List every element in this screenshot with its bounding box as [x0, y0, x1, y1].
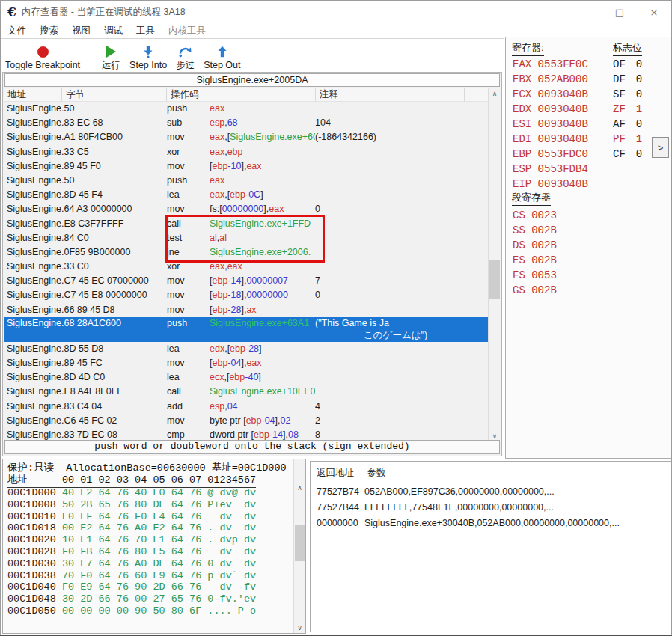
expand-panel-button[interactable]: > — [652, 137, 669, 158]
hex-row[interactable]: 00C1D01800 E2 64 76 A0 E2 64 76 . dv dv — [7, 522, 256, 534]
menu-item[interactable]: 视图 — [65, 25, 97, 37]
scrollbar-thumb[interactable] — [295, 525, 305, 561]
scroll-up-arrow[interactable]: ∧ — [294, 482, 305, 493]
disasm-row[interactable]: SiglusEngine.C7 45 EC 07000000mov[ebp-14… — [4, 274, 488, 288]
segment-register-ES[interactable]: ES 002B — [513, 253, 557, 268]
hex-row[interactable]: 00C1D03870 F0 64 76 60 E9 64 76 p dv` dv — [7, 570, 256, 582]
register-EDX[interactable]: EDX 0093040B — [513, 102, 588, 117]
maximize-button[interactable]: □ — [602, 1, 637, 23]
flag-ZF[interactable]: ZF1 — [613, 102, 642, 117]
disasm-row[interactable]: SiglusEngine.66 89 45 D8mov[ebp-28],ax — [4, 303, 488, 317]
register-ESI[interactable]: ESI 0093040B — [513, 117, 588, 132]
disasm-operands: al,al — [210, 231, 315, 245]
hex-row[interactable]: 00C1D00040 E2 64 76 40 E0 64 76 @ dv@ dv — [7, 487, 256, 499]
menu-item[interactable]: 内核工具 — [162, 25, 213, 37]
disasm-row[interactable]: SiglusEngine.C6 45 FC 02movbyte ptr [ebp… — [4, 414, 488, 428]
flag-SF[interactable]: SF0 — [613, 87, 642, 102]
segment-register-SS[interactable]: SS 002B — [513, 223, 557, 238]
menu-item[interactable]: 文件 — [1, 25, 33, 37]
scroll-down-arrow[interactable]: ∨ — [294, 622, 305, 633]
disasm-address-bytes: SiglusEngine.E8 C3F7FFFF — [4, 217, 167, 231]
scrollbar-thumb[interactable] — [489, 260, 500, 299]
disasm-row[interactable]: SiglusEngine.68 28A1C600pushSiglusEngine… — [4, 317, 488, 342]
run-button[interactable]: 运行 — [97, 39, 125, 73]
menu-item[interactable]: 工具 — [129, 25, 162, 37]
disasm-row[interactable]: SiglusEngine.33 C5xoreax,ebp — [4, 145, 488, 159]
disasm-row[interactable]: SiglusEngine.84 C0testal,al — [4, 231, 488, 245]
column-header-opcode[interactable]: 操作码 — [167, 88, 316, 101]
disasm-row[interactable]: SiglusEngine.E8 C3F7FFFFcallSiglusEngine… — [4, 217, 488, 231]
flag-DF[interactable]: DF0 — [613, 72, 642, 87]
disasm-row[interactable]: SiglusEngine.0F85 9B000000jneSiglusEngin… — [4, 245, 488, 260]
hex-scrollbar[interactable]: ∧ ∨ — [293, 459, 305, 633]
disasm-comment — [315, 159, 488, 174]
register-ESP[interactable]: ESP 0553FDB4 — [513, 162, 588, 177]
register-EDI[interactable]: EDI 0093040B — [513, 132, 588, 147]
column-header-return-address[interactable]: 返回地址 — [317, 467, 364, 480]
stack-row[interactable]: 77527B74052AB000,EF897C36,00000000,00000… — [317, 484, 665, 500]
scroll-up-arrow[interactable]: ∧ — [489, 88, 501, 99]
disassembler-address-bar[interactable]: SiglusEngine.exe+2005DA — [4, 73, 500, 87]
disasm-row[interactable]: SiglusEngine.C7 45 E8 00000000mov[ebp-18… — [4, 288, 488, 302]
flag-PF[interactable]: PF1 — [613, 132, 642, 147]
disassembler-scrollbar[interactable]: ∧ ∨ — [488, 88, 501, 441]
hex-row[interactable]: 00C1D040F0 E9 64 76 90 2D 66 76 dv -fv — [7, 581, 256, 593]
register-EBP[interactable]: EBP 0553FDC0 — [513, 147, 588, 162]
segment-register-GS[interactable]: GS 002B — [513, 283, 557, 298]
segment-register-DS[interactable]: DS 002B — [513, 238, 557, 253]
hex-address: 00C1D038 — [7, 570, 62, 582]
menu-item[interactable]: 搜索 — [33, 25, 65, 37]
step-over-button[interactable]: 步过 — [171, 39, 199, 73]
disasm-row[interactable]: SiglusEngine.8D 4D C0leaecx,[ebp-40] — [4, 370, 488, 385]
disasm-row[interactable]: SiglusEngine.50pusheax — [4, 174, 488, 188]
disasm-row[interactable]: SiglusEngine.8D 55 D8leaedx,[ebp-28] — [4, 342, 488, 356]
disasm-operands: SiglusEngine.exe+1FFD — [210, 217, 315, 231]
step-into-button[interactable]: Step Into — [125, 39, 171, 73]
disasm-row[interactable]: SiglusEngine.64 A3 00000000movfs:[000000… — [4, 202, 488, 216]
disasm-row[interactable]: SiglusEngine.A1 80F4CB00moveax,[SiglusEn… — [4, 130, 488, 144]
disasm-row[interactable]: SiglusEngine.83 EC 68subesp,68104 — [4, 116, 488, 130]
column-header-parameters[interactable]: 参数 — [367, 468, 385, 478]
register-ECX[interactable]: ECX 0093040B — [513, 87, 588, 102]
disasm-comment — [315, 385, 488, 399]
disasm-row[interactable]: SiglusEngine.89 45 F0mov[ebp-10],eax — [4, 159, 488, 174]
column-header-bytes[interactable]: 字节 — [62, 88, 167, 101]
hex-row[interactable]: 00C1D05000 00 00 00 90 50 80 6F .... P o — [7, 605, 256, 617]
column-header-comment[interactable]: 注释 — [316, 88, 465, 101]
menu-bar: 文件搜索视图调试工具内核工具 — [1, 23, 504, 38]
disasm-row[interactable]: SiglusEngine.E8 A4E8F0FFcallSiglusEngine… — [4, 385, 488, 399]
flag-OF[interactable]: OF0 — [613, 57, 642, 72]
hex-row[interactable]: 00C1D00850 2B 65 76 80 DE 64 76 P+ev dv — [7, 499, 256, 511]
disasm-address-bytes: SiglusEngine.89 45 F0 — [4, 159, 167, 174]
segment-register-CS[interactable]: CS 0023 — [513, 208, 557, 223]
hex-row[interactable]: 00C1D028F0 FB 64 76 80 E5 64 76 dv dv — [7, 546, 256, 558]
disasm-operands: [ebp-18],00000000 — [210, 288, 315, 302]
register-EBX[interactable]: EBX 052AB000 — [513, 72, 588, 87]
segment-register-FS[interactable]: FS 0053 — [513, 268, 557, 283]
hex-row[interactable]: 00C1D03030 E7 64 76 A0 DE 64 76 0 dv dv — [7, 558, 256, 570]
hex-row[interactable]: 00C1D02010 E1 64 76 70 E1 64 76 . dvp dv — [7, 534, 256, 546]
close-button[interactable]: × — [637, 1, 671, 23]
hex-row[interactable]: 00C1D04830 2D 66 76 00 27 65 76 0-fv.'ev — [7, 593, 256, 605]
flag-AF[interactable]: AF0 — [613, 117, 642, 132]
disasm-row[interactable]: SiglusEngine.89 45 FCmov[ebp-04],eax — [4, 356, 488, 370]
flag-CF[interactable]: CF0 — [613, 147, 642, 162]
toolbar: Toggle Breakpoint 运行 Step Into 步过 Step O… — [1, 38, 504, 73]
register-EIP[interactable]: EIP 0093040B — [513, 177, 588, 192]
disasm-mnemonic: mov — [167, 356, 210, 370]
toggle-breakpoint-button[interactable]: Toggle Breakpoint — [1, 39, 85, 73]
hex-row[interactable]: 00C1D010E0 EF 64 76 F0 E4 64 76 dv dv — [7, 511, 256, 523]
stack-row[interactable]: 00000000SiglusEngine.exe+30040B,052AB000… — [317, 516, 665, 531]
stack-row[interactable]: 77527B44FFFFFFFF,77548F1E,00000000,00000… — [317, 500, 665, 516]
disasm-operands: eax,[ebp-0C] — [210, 188, 315, 202]
disasm-operands: esp,68 — [210, 116, 315, 130]
step-out-button[interactable]: Step Out — [199, 39, 245, 73]
disasm-row[interactable]: SiglusEngine.83 C4 04addesp,044 — [4, 400, 488, 414]
disasm-row[interactable]: SiglusEngine.33 C0xoreax,eax — [4, 260, 488, 274]
menu-item[interactable]: 调试 — [97, 25, 129, 37]
register-EAX[interactable]: EAX 0553FE0C — [513, 57, 588, 72]
minimize-button[interactable]: – — [568, 1, 602, 23]
column-header-address[interactable]: 地址 — [4, 88, 62, 101]
disasm-row[interactable]: SiglusEngine.50pusheax — [4, 102, 488, 116]
disasm-row[interactable]: SiglusEngine.8D 45 F4leaeax,[ebp-0C] — [4, 188, 488, 202]
